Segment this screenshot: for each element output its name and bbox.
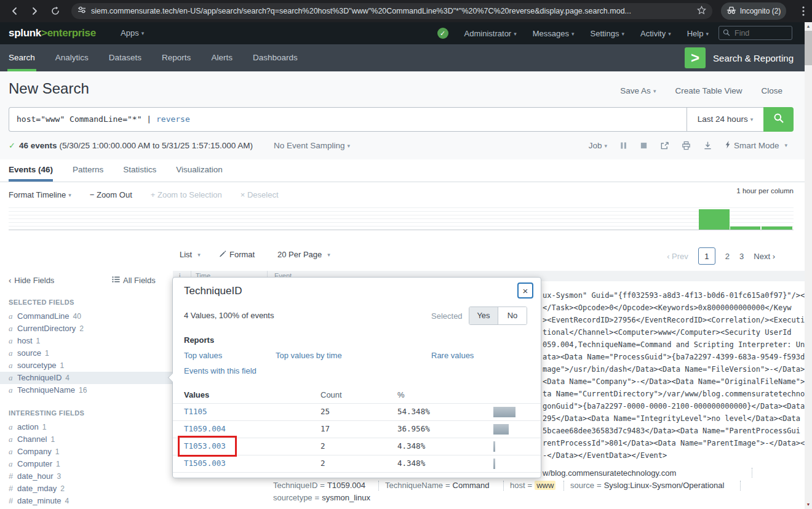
events-with-field-link[interactable]: Events with this field bbox=[184, 366, 257, 375]
back-icon[interactable] bbox=[7, 4, 22, 18]
event-timeline-chart[interactable] bbox=[9, 207, 794, 230]
caret-down-icon: ▾ bbox=[348, 143, 351, 149]
vertical-scrollbar[interactable]: ▲ ▼ bbox=[805, 22, 812, 509]
sidebar-field-computer[interactable]: aComputer1 bbox=[0, 458, 172, 470]
sidebar-field-sourcetype[interactable]: asourcetype1 bbox=[0, 359, 172, 372]
sidebar-field-channel[interactable]: aChannel1 bbox=[0, 433, 172, 446]
search-button[interactable] bbox=[763, 107, 794, 132]
administrator-menu[interactable]: Administrator▾ bbox=[464, 29, 517, 38]
help-menu[interactable]: Help▾ bbox=[687, 29, 709, 38]
reload-icon[interactable] bbox=[48, 4, 63, 18]
job-menu[interactable]: Job▾ bbox=[589, 141, 607, 150]
share-icon[interactable] bbox=[660, 141, 669, 150]
sidebar-field-company[interactable]: aCompany1 bbox=[0, 446, 172, 458]
value-link[interactable]: T1505.003 bbox=[184, 459, 226, 468]
sidebar-field-commandline[interactable]: aCommandLine40 bbox=[0, 310, 172, 323]
time-range-picker[interactable]: Last 24 hours▾ bbox=[687, 107, 763, 132]
zoom-to-selection-button[interactable]: + Zoom to Selection bbox=[151, 190, 222, 199]
app-title: Search & Reporting bbox=[713, 53, 794, 63]
sidebar-field-source[interactable]: asource1 bbox=[0, 347, 172, 359]
export-download-icon[interactable] bbox=[703, 141, 712, 150]
hide-fields-link[interactable]: ‹ Hide Fields bbox=[9, 276, 54, 285]
field-summary-popup: TechniqueID × 4 Values, 100% of events S… bbox=[172, 277, 541, 478]
selected-yes-button[interactable]: Yes bbox=[469, 307, 498, 324]
sidebar-field-action[interactable]: aaction1 bbox=[0, 421, 172, 433]
page-2-button[interactable]: 2 bbox=[725, 252, 730, 261]
value-link[interactable]: T1105 bbox=[184, 407, 207, 416]
nav-tab-datasets[interactable]: Datasets bbox=[109, 44, 141, 71]
value-row-t1105: T1105 25 54.348% bbox=[173, 403, 541, 420]
stop-icon[interactable] bbox=[640, 142, 648, 150]
sidebar-field-date-minute[interactable]: #date_minute4 bbox=[0, 495, 172, 507]
event-field-sourcetype: sourcetype=sysmon_linux bbox=[273, 493, 370, 502]
nav-tab-dashboards[interactable]: Dashboards bbox=[253, 44, 298, 71]
scrollbar-thumb[interactable] bbox=[805, 31, 812, 65]
deselect-button[interactable]: × Deselect bbox=[241, 190, 279, 199]
event-sampling-menu[interactable]: No Event Sampling▾ bbox=[274, 141, 350, 150]
browser-menu-icon[interactable] bbox=[796, 4, 811, 18]
nav-tab-search[interactable]: Search bbox=[9, 44, 35, 71]
search-icon bbox=[723, 28, 730, 39]
save-as-button[interactable]: Save As▾ bbox=[620, 86, 656, 95]
value-link[interactable]: T1059.004 bbox=[184, 424, 226, 433]
fields-sidebar: ‹ Hide Fields All Fields SELECTED FIELDS… bbox=[0, 271, 172, 509]
find-search-box[interactable] bbox=[718, 26, 792, 40]
zoom-out-button[interactable]: − Zoom Out bbox=[90, 190, 132, 199]
percent-bar bbox=[493, 459, 495, 469]
chevron-right-icon: › bbox=[773, 252, 775, 261]
close-button[interactable]: Close bbox=[761, 86, 782, 95]
scroll-up-icon[interactable]: ▲ bbox=[805, 22, 812, 31]
selected-toggle: Yes No bbox=[469, 307, 527, 325]
top-values-by-time-link[interactable]: Top values by time bbox=[276, 351, 342, 360]
search-mode-menu[interactable]: Smart Mode▾ bbox=[725, 140, 787, 151]
caret-down-icon: ▾ bbox=[653, 88, 656, 94]
scroll-down-icon[interactable]: ▼ bbox=[805, 500, 812, 509]
tab-visualization[interactable]: Visualization bbox=[176, 159, 223, 182]
page-3-button[interactable]: 3 bbox=[739, 252, 744, 261]
list-type-menu[interactable]: List▾ bbox=[180, 250, 201, 259]
rare-values-link[interactable]: Rare values bbox=[431, 351, 474, 360]
nav-tab-reports[interactable]: Reports bbox=[162, 44, 191, 71]
sidebar-field-techniqueid[interactable]: aTechniqueID4 bbox=[0, 372, 172, 384]
apps-menu[interactable]: Apps▾ bbox=[121, 22, 144, 44]
format-timeline-menu[interactable]: Format Timeline▾ bbox=[9, 190, 71, 199]
field-divider bbox=[740, 481, 741, 491]
pause-icon[interactable] bbox=[619, 142, 627, 150]
top-values-link[interactable]: Top values bbox=[184, 351, 222, 360]
incognito-label: Incognito (2) bbox=[740, 7, 781, 15]
per-page-menu[interactable]: 20 Per Page▾ bbox=[277, 250, 330, 259]
search-query-input[interactable]: host="www" CommandLine="*" | reverse bbox=[9, 107, 687, 132]
all-fields-link[interactable]: All Fields bbox=[112, 276, 156, 285]
sidebar-field-host[interactable]: ahost1 bbox=[0, 335, 172, 347]
nav-tab-alerts[interactable]: Alerts bbox=[211, 44, 233, 71]
sidebar-field-techniquename[interactable]: aTechniqueName16 bbox=[0, 384, 172, 396]
sidebar-field-date-mday[interactable]: #date_mday2 bbox=[0, 483, 172, 495]
activity-menu[interactable]: Activity▾ bbox=[640, 29, 671, 38]
tab-patterns[interactable]: Patterns bbox=[73, 159, 103, 182]
value-link[interactable]: T1053.003 bbox=[184, 441, 226, 451]
selected-no-button[interactable]: No bbox=[498, 307, 527, 324]
sidebar-field-currentdirectory[interactable]: aCurrentDirectory2 bbox=[0, 323, 172, 335]
page-1-button[interactable]: 1 bbox=[698, 247, 715, 265]
prev-page-button[interactable]: ‹ Prev bbox=[667, 252, 688, 261]
address-bar[interactable]: siem.commensurate.tech/en-US/app/search/… bbox=[71, 3, 712, 19]
next-page-button[interactable]: Next › bbox=[754, 252, 775, 261]
format-menu[interactable]: Format bbox=[219, 250, 255, 259]
site-info-icon[interactable] bbox=[78, 6, 86, 17]
tab-events[interactable]: Events (46) bbox=[9, 159, 53, 182]
sidebar-field-date-hour[interactable]: #date_hour3 bbox=[0, 470, 172, 483]
print-icon[interactable] bbox=[682, 141, 691, 150]
tab-statistics[interactable]: Statistics bbox=[123, 159, 156, 182]
nav-tab-analytics[interactable]: Analytics bbox=[55, 44, 89, 71]
find-input[interactable] bbox=[733, 28, 785, 38]
create-table-view-button[interactable]: Create Table View bbox=[675, 86, 742, 95]
health-check-icon[interactable]: ✓ bbox=[437, 28, 448, 39]
minus-icon: − bbox=[90, 190, 95, 199]
close-popup-button[interactable]: × bbox=[517, 283, 533, 299]
bookmark-star-icon[interactable] bbox=[697, 6, 706, 17]
forward-icon[interactable] bbox=[27, 4, 42, 18]
timeline-bar bbox=[730, 226, 760, 230]
settings-menu[interactable]: Settings▾ bbox=[591, 29, 625, 38]
events-count: 46 events bbox=[19, 141, 57, 150]
messages-menu[interactable]: Messages▾ bbox=[533, 29, 575, 38]
